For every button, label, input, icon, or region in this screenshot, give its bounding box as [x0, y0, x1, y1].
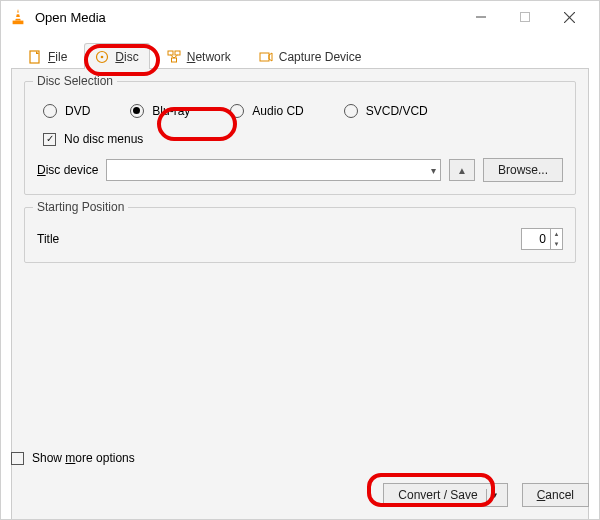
svg-rect-17: [260, 53, 269, 61]
group-disc-selection: Disc Selection DVD Blu-ray Audio CD SVCD…: [24, 81, 576, 195]
checkbox-icon: [11, 452, 24, 465]
chevron-down-icon[interactable]: ▼: [486, 489, 503, 502]
svg-point-11: [101, 55, 104, 58]
browse-button[interactable]: Browse...: [483, 158, 563, 182]
svg-rect-1: [13, 21, 24, 25]
titlebar: Open Media: [1, 1, 599, 33]
tab-file-label: ile: [55, 50, 67, 64]
svg-rect-2: [16, 13, 21, 15]
vlc-icon: [9, 8, 27, 26]
title-value: 0: [522, 232, 550, 246]
checkbox-icon: ✓: [43, 133, 56, 146]
radio-svcd-label: SVCD/VCD: [366, 104, 428, 118]
svg-rect-12: [168, 51, 173, 55]
radio-dot-icon: [43, 104, 57, 118]
group-starting-position-legend: Starting Position: [33, 200, 128, 214]
radio-dot-icon: [130, 104, 144, 118]
tab-network-label: etwork: [195, 50, 230, 64]
cancel-button[interactable]: Cancel: [522, 483, 589, 507]
disc-icon: [95, 50, 109, 64]
radio-bluray-label: Blu-ray: [152, 104, 190, 118]
tabs: File Disc Network Capture Device: [11, 39, 589, 69]
disc-device-combo[interactable]: ▾: [106, 159, 441, 181]
tab-capture[interactable]: Capture Device: [248, 43, 373, 69]
checkbox-no-disc-menus[interactable]: ✓ No disc menus: [43, 132, 563, 146]
title-spinner[interactable]: 0 ▲ ▼: [521, 228, 563, 250]
tab-network[interactable]: Network: [156, 43, 242, 69]
tab-disc-key: D: [115, 50, 124, 64]
window-title: Open Media: [35, 10, 106, 25]
tab-capture-label: Capture Device: [279, 50, 362, 64]
network-icon: [167, 50, 181, 64]
tab-file[interactable]: File: [17, 43, 78, 69]
convert-save-button[interactable]: Convert / Save ▼: [383, 483, 507, 507]
maximize-button[interactable]: [503, 2, 547, 32]
spin-up-icon[interactable]: ▲: [551, 229, 562, 239]
eject-button[interactable]: ▲: [449, 159, 475, 181]
svg-rect-5: [521, 13, 530, 22]
radio-audiocd-label: Audio CD: [252, 104, 303, 118]
close-button[interactable]: [547, 2, 591, 32]
footer: Show more options Convert / Save ▼ Cance…: [11, 451, 589, 507]
svg-marker-0: [15, 9, 20, 21]
radio-dvd[interactable]: DVD: [43, 104, 90, 118]
radio-dvd-label: DVD: [65, 104, 90, 118]
radio-audiocd[interactable]: Audio CD: [230, 104, 303, 118]
tab-disc-label: isc: [124, 50, 139, 64]
radio-bluray[interactable]: Blu-ray: [130, 104, 190, 118]
tab-disc[interactable]: Disc: [84, 43, 149, 69]
convert-save-label: Convert / Save: [398, 488, 477, 502]
chevron-down-icon: ▾: [431, 165, 436, 176]
svg-rect-3: [15, 17, 21, 19]
radio-dot-icon: [230, 104, 244, 118]
title-label: Title: [37, 232, 59, 246]
svg-rect-14: [171, 58, 176, 62]
capture-icon: [259, 50, 273, 64]
svg-marker-18: [269, 53, 272, 61]
checkbox-no-disc-menus-label: No disc menus: [64, 132, 143, 146]
spin-down-icon[interactable]: ▼: [551, 239, 562, 249]
radio-dot-icon: [344, 104, 358, 118]
file-icon: [28, 50, 42, 64]
radio-svcd[interactable]: SVCD/VCD: [344, 104, 428, 118]
minimize-button[interactable]: [459, 2, 503, 32]
group-disc-selection-legend: Disc Selection: [33, 74, 117, 88]
svg-rect-13: [175, 51, 180, 55]
group-starting-position: Starting Position Title 0 ▲ ▼: [24, 207, 576, 263]
checkbox-show-more-options[interactable]: Show more options: [11, 451, 589, 465]
disc-device-label: Disc device: [37, 163, 98, 177]
